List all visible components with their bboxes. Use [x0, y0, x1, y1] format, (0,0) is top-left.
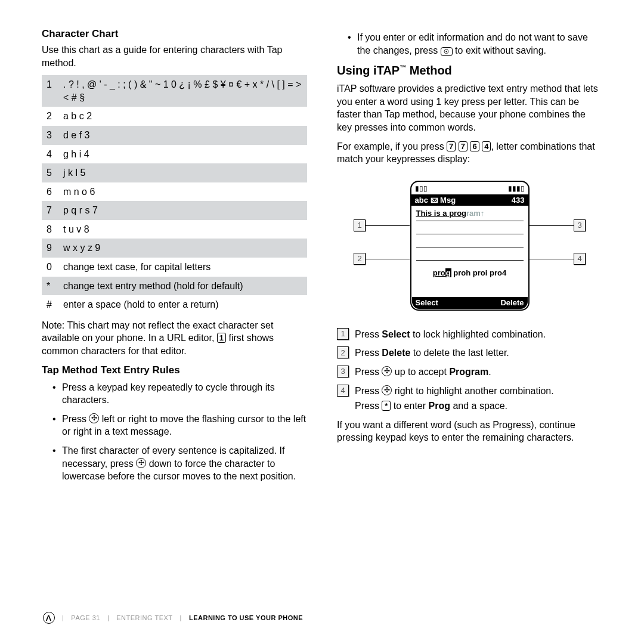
- char-chart-note: Note: This chart may not reflect the exa…: [42, 319, 307, 358]
- softkey-right-label: Delete: [500, 298, 524, 308]
- key-icon: *: [382, 401, 391, 411]
- list-item: The first character of every sentence is…: [52, 444, 307, 483]
- screen-char-count: 433: [512, 195, 525, 206]
- step-list: 1Press Select to lock highlighted combin…: [337, 328, 602, 413]
- motorola-logo-icon: ᐱ: [43, 612, 55, 624]
- nav-key-icon: [382, 366, 392, 376]
- table-val: g h i 4: [58, 145, 307, 164]
- table-val: p q r s 7: [58, 201, 307, 220]
- list-item: Press left or right to move the flashing…: [52, 413, 307, 438]
- phone-screen: ▮▯▯▮▮▮▯ abc 🖂 Msg433 This is a program↑ …: [410, 181, 530, 311]
- callout-3: 3: [574, 219, 586, 231]
- step-text: Press right to highlight another combina…: [355, 385, 602, 413]
- key-icon: 1: [217, 333, 226, 343]
- screen-mode-label: abc 🖂 Msg: [415, 195, 456, 206]
- step-number: 3: [337, 366, 349, 377]
- nav-key-icon: [89, 413, 99, 423]
- screen-typed-text: This is a prog: [416, 209, 467, 218]
- screen-suggestions: prog proh proi pro4: [416, 268, 524, 278]
- list-item: If you enter or edit information and do …: [348, 31, 602, 57]
- end-key-icon: ☉: [441, 47, 453, 56]
- step-number: 4: [337, 385, 349, 397]
- table-val: . ? ! , @ ' - _ : ; ( ) & " ~ 1 0 ¿ ¡ % …: [58, 75, 307, 107]
- page-footer: ᐱ | PAGE 31 | ENTERING TEXT | LEARNING T…: [43, 612, 303, 624]
- callout-4: 4: [574, 253, 586, 265]
- step-number: 2: [337, 346, 349, 358]
- table-key: 0: [42, 258, 58, 277]
- nav-key-icon: [136, 458, 146, 468]
- character-table: 1. ? ! , @ ' - _ : ; ( ) & " ~ 1 0 ¿ ¡ %…: [42, 75, 307, 314]
- battery-icon: ▮▮▮▯: [508, 184, 525, 193]
- table-val: j k l 5: [58, 163, 307, 182]
- table-key: 8: [42, 220, 58, 239]
- table-val: t u v 8: [58, 220, 307, 239]
- table-key: 9: [42, 239, 58, 258]
- table-val: change text entry method (hold for defau…: [58, 277, 307, 296]
- key-icon: 7: [459, 141, 467, 151]
- phone-figure: 1 2 3 4 ▮▯▯▮▮▮▯ abc 🖂 Msg433 This is a p…: [337, 174, 602, 317]
- closing-text: If you want a different word (such as Pr…: [337, 419, 602, 444]
- footer-crumb: ENTERING TEXT: [116, 614, 172, 621]
- callout-1: 1: [354, 219, 366, 231]
- signal-icon: ▮▯▯: [415, 184, 428, 193]
- step-text: Press up to accept Program.: [355, 366, 602, 379]
- softkey-left-label: Select: [416, 298, 438, 308]
- step-number: 1: [337, 328, 349, 340]
- footer-crumb-current: LEARNING TO USE YOUR PHONE: [189, 614, 303, 621]
- table-key: 1: [42, 75, 58, 107]
- tap-rules-list: Press a keypad key repeatedly to cycle t…: [52, 381, 307, 483]
- nav-key-icon: [382, 385, 392, 395]
- table-key: #: [42, 295, 58, 314]
- char-chart-intro: Use this chart as a guide for entering c…: [42, 44, 307, 69]
- screen-ghost-text: ram↑: [466, 209, 484, 218]
- itap-example: For example, if you press 7 7 6 4, lette…: [337, 140, 602, 166]
- footer-page-label: PAGE 31: [71, 614, 100, 621]
- step-text: Press Delete to delete the last letter.: [355, 346, 602, 360]
- table-key: 7: [42, 201, 58, 220]
- table-val: m n o 6: [58, 182, 307, 202]
- list-item: Press a keypad key repeatedly to cycle t…: [52, 381, 307, 407]
- step-text: Press Select to lock highlighted combina…: [355, 328, 602, 341]
- heading-itap: Using iTAP™ Method: [337, 63, 602, 79]
- table-val: a b c 2: [58, 107, 307, 126]
- top-bullet-list: If you enter or edit information and do …: [348, 31, 602, 57]
- heading-character-chart: Character Chart: [42, 27, 307, 41]
- table-val: enter a space (hold to enter a return): [58, 295, 307, 314]
- table-key: *: [42, 277, 58, 296]
- table-val: w x y z 9: [58, 239, 307, 258]
- heading-tap-rules: Tap Method Text Entry Rules: [42, 364, 307, 377]
- table-key: 2: [42, 107, 58, 126]
- table-key: 5: [42, 163, 58, 182]
- table-val: d e f 3: [58, 126, 307, 145]
- table-key: 3: [42, 126, 58, 145]
- table-key: 4: [42, 145, 58, 164]
- table-val: change text case, for capital letters: [58, 258, 307, 277]
- key-icon: 7: [447, 141, 456, 151]
- table-key: 6: [42, 182, 58, 202]
- itap-intro: iTAP software provides a predictive text…: [337, 82, 602, 134]
- callout-2: 2: [354, 253, 366, 265]
- key-icon: 6: [470, 141, 479, 151]
- key-icon: 4: [482, 141, 491, 151]
